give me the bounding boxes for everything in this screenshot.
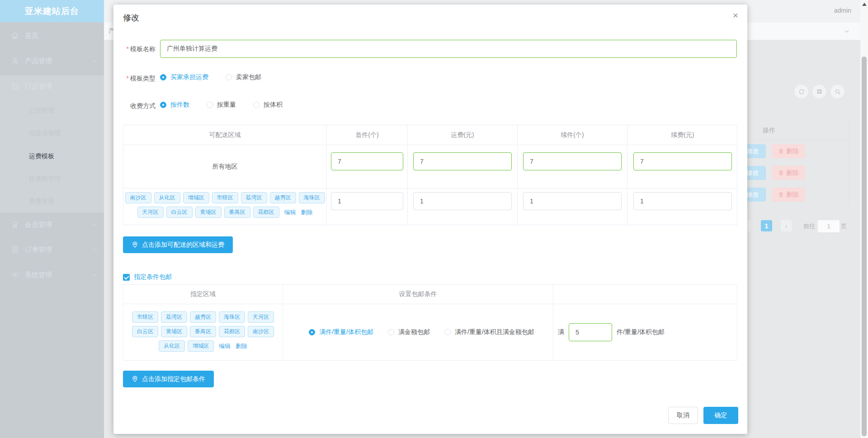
refresh-button[interactable] — [794, 84, 809, 99]
sidebar-subitem-shipping-template[interactable]: 运费模板 — [29, 151, 101, 160]
grid-view-button[interactable] — [812, 84, 827, 99]
radio-by-piece[interactable]: 按件数 — [160, 101, 189, 109]
threshold-input[interactable] — [569, 323, 612, 341]
additional-piece-input-row2[interactable] — [523, 192, 622, 210]
dropdown-chevron-icon[interactable] — [844, 28, 850, 34]
trash-icon — [778, 148, 784, 154]
sidebar-item-home[interactable]: 首页 — [0, 25, 104, 47]
region-tag[interactable]: 市辖区 — [212, 192, 238, 203]
app-brand: 亚米建站后台 — [0, 0, 104, 22]
additional-fee-input-row1[interactable] — [633, 152, 732, 170]
region-tag[interactable]: 从化区 — [154, 192, 180, 203]
delete-condition-regions-link[interactable]: 删除 — [236, 342, 247, 350]
sidebar: 亚米建站后台 首页 产品管理 门店管理 公告管理 自提点管理 运费模板 轮播图管… — [0, 0, 104, 438]
edit-regions-link[interactable]: 编辑 — [284, 208, 296, 217]
cancel-button[interactable]: 取消 — [668, 407, 698, 424]
region-tag[interactable]: 增城区 — [183, 192, 209, 203]
region-tag[interactable]: 越秀区 — [270, 192, 296, 203]
region-tag-line: 南沙区从化区增城区市辖区荔湾区越秀区海珠区 — [125, 192, 325, 203]
threshold-prefix: 满 — [558, 328, 564, 336]
region-tag[interactable]: 花都区 — [219, 326, 245, 337]
sidebar-subitem-carousel[interactable]: 轮播图管理 — [29, 174, 101, 183]
radio-seller-free-shipping[interactable]: 卖家包邮 — [226, 73, 261, 81]
region-tag[interactable]: 市辖区 — [132, 311, 158, 323]
region-tag[interactable]: 黄埔区 — [161, 326, 187, 337]
sidebar-subitem-announcement[interactable]: 公告管理 — [29, 106, 101, 115]
delete-regions-link[interactable]: 删除 — [301, 208, 313, 217]
region-tag-line: 白云区黄埔区番禺区花都区南沙区 — [132, 326, 274, 337]
template-name-input[interactable] — [160, 40, 737, 58]
scrollbar[interactable] — [860, 0, 868, 438]
col-header-additional-piece: 续件(个) — [518, 125, 627, 145]
sidebar-item-label: 产品管理 — [25, 57, 52, 66]
add-condition-button[interactable]: 点击添加指定包邮条件 — [123, 371, 214, 387]
additional-fee-input-row2[interactable] — [633, 192, 732, 210]
chevron-up-icon — [92, 84, 97, 89]
add-region-button[interactable]: 点击添加可配送的区域和运费 — [123, 236, 233, 253]
region-tag[interactable]: 天河区 — [248, 311, 274, 323]
region-tag[interactable]: 越秀区 — [190, 311, 216, 323]
sidebar-item-store[interactable]: 门店管理 — [0, 75, 104, 97]
radio-free-by-amount[interactable]: 满金额包邮 — [388, 328, 430, 336]
region-tag[interactable]: 增城区 — [188, 340, 214, 352]
required-asterisk: * — [127, 45, 129, 52]
radio-by-weight[interactable]: 按重量 — [207, 101, 236, 109]
radio-free-by-quantity-and-amount[interactable]: 满件/重量/体积且满金额包邮 — [444, 328, 534, 336]
region-tag[interactable]: 花都区 — [253, 207, 279, 218]
delete-row-button[interactable]: 删除 — [772, 166, 805, 180]
radio-buyer-pays[interactable]: 买家承担运费 — [160, 73, 208, 81]
edit-condition-regions-link[interactable]: 编辑 — [219, 342, 231, 350]
radio-by-volume[interactable]: 按体积 — [253, 101, 283, 109]
region-tag[interactable]: 从化区 — [159, 340, 185, 352]
region-tag[interactable]: 白云区 — [132, 326, 158, 337]
conditional-free-shipping-label[interactable]: 指定条件包邮 — [134, 273, 172, 281]
region-tag[interactable]: 黄埔区 — [195, 207, 222, 218]
fee-input-row1[interactable] — [413, 152, 512, 170]
order-document-icon — [11, 245, 19, 254]
delete-row-button[interactable]: 删除 — [772, 144, 805, 158]
region-tag[interactable]: 南沙区 — [125, 192, 151, 203]
scrollbar-thumb[interactable] — [862, 57, 867, 436]
conditional-free-shipping-row: 指定条件包邮 — [123, 273, 172, 281]
col-header-first-piece: 首件(个) — [327, 125, 408, 145]
first-piece-input-row1[interactable] — [331, 152, 403, 170]
sidebar-item-orders[interactable]: 订单管理 — [0, 239, 104, 260]
pagination-goto-input[interactable] — [817, 220, 840, 233]
checkbox-checked-icon[interactable] — [123, 274, 130, 281]
user-menu[interactable]: admin — [834, 7, 851, 14]
close-icon[interactable]: × — [729, 9, 742, 22]
region-tag[interactable]: 海珠区 — [219, 311, 245, 323]
scrollbar-up-icon[interactable] — [862, 3, 867, 6]
region-tag[interactable]: 天河区 — [137, 207, 164, 218]
region-tag[interactable]: 南沙区 — [248, 326, 274, 337]
required-asterisk: * — [127, 75, 129, 82]
sidebar-subitem-hot-search[interactable]: 热搜管理 — [29, 196, 101, 205]
sidebar-item-products[interactable]: 产品管理 — [0, 50, 104, 72]
radio-selected-icon — [160, 102, 166, 108]
region-tag[interactable]: 番禺区 — [224, 207, 250, 218]
sidebar-item-system[interactable]: 系统管理 — [0, 264, 104, 286]
location-pin-icon — [132, 241, 138, 248]
trash-icon — [778, 170, 784, 176]
pagination-unit-label: 页 — [841, 222, 847, 231]
delete-row-button[interactable]: 删除 — [772, 188, 805, 202]
additional-piece-input-row1[interactable] — [523, 152, 622, 170]
dialog-title: 修改 — [123, 12, 139, 23]
region-tag[interactable]: 海珠区 — [299, 192, 325, 203]
pagination-page-1[interactable]: 1 — [761, 220, 772, 231]
region-tag[interactable]: 番禺区 — [190, 326, 216, 337]
sidebar-subitem-pickup[interactable]: 自提点管理 — [29, 128, 101, 137]
template-type-radio-group: 买家承担运费 卖家包邮 — [160, 73, 278, 81]
fee-input-row2[interactable] — [413, 192, 512, 210]
sidebar-item-label: 会员管理 — [25, 221, 52, 229]
radio-free-by-quantity[interactable]: 满件/重量/体积包邮 — [309, 328, 373, 336]
confirm-button[interactable]: 确定 — [703, 407, 738, 424]
region-tag[interactable]: 白云区 — [166, 207, 193, 218]
pagination-next-button[interactable]: › — [781, 220, 792, 231]
pagination-goto-label: 前往 — [803, 222, 815, 231]
region-tag[interactable]: 荔湾区 — [161, 311, 187, 323]
region-tag[interactable]: 荔湾区 — [241, 192, 267, 203]
search-button[interactable] — [830, 84, 845, 99]
first-piece-input-row2[interactable] — [331, 192, 403, 210]
sidebar-item-members[interactable]: 会员管理 — [0, 214, 104, 235]
